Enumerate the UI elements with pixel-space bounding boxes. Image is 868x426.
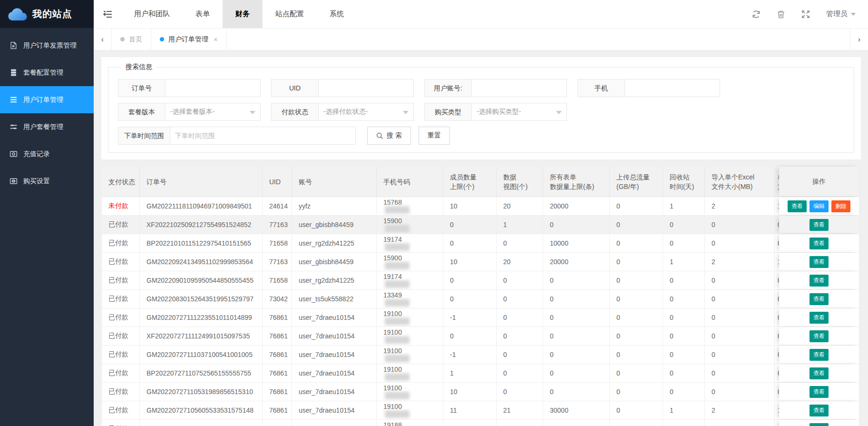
buy-type-field: 购买类型 -选择购买类型- — [424, 103, 567, 121]
cell-upload_traffic: 0 — [610, 216, 663, 234]
cell-value: 0 — [616, 369, 656, 377]
package-version-select[interactable]: -选择套餐版本- — [166, 103, 261, 121]
cell-recycle_days: 0 — [663, 420, 705, 426]
sidebar-item-1[interactable]: 套餐配置管理 — [0, 59, 94, 86]
cell-value: user_gbisbh84459 — [299, 221, 370, 228]
cell-excel_size: 0 — [705, 234, 775, 252]
sidebar-item-0[interactable]: 用户订单发票管理 — [0, 32, 94, 59]
cell-member_limit: 1 — [443, 364, 497, 382]
sidebar-item-2[interactable]: 用户订单管理 — [0, 86, 94, 113]
cell-form_data_limit: 20000 — [543, 253, 610, 271]
pay-status-badge: 已付款 — [108, 313, 133, 322]
sidebar-item-5[interactable]: 购买设置 — [0, 168, 94, 195]
fullscreen-icon[interactable] — [801, 10, 810, 19]
cell-value: 1 — [670, 202, 698, 210]
reset-button[interactable]: 重置 — [419, 127, 450, 145]
buy-type-select[interactable]: -选择购买类型- — [472, 103, 567, 121]
search-button[interactable]: 搜 索 — [367, 127, 411, 145]
view-button[interactable]: 查看 — [809, 386, 829, 398]
search-legend: 搜索信息 — [122, 63, 156, 71]
nav-item-1[interactable]: 表单 — [183, 0, 223, 28]
cell-recycle_days: 0 — [663, 234, 705, 252]
order-no-input[interactable] — [166, 79, 261, 97]
column-header-data_views: 数据视图(个) — [497, 167, 543, 197]
cell-upload_traffic: 0 — [610, 271, 663, 289]
order-no-field: 订单号 — [118, 79, 261, 97]
view-button[interactable]: 查看 — [809, 293, 829, 305]
cell-value: GM20221118110946971009849501 — [146, 202, 255, 210]
phone-prefix: 19174 — [383, 273, 436, 280]
nav-item-4[interactable]: 系统 — [317, 0, 357, 28]
pay-status-select[interactable]: -选择付款状态- — [319, 103, 414, 121]
sidebar-item-4[interactable]: 充值记录 — [0, 140, 94, 168]
ops-cell: 查看 — [779, 216, 859, 234]
cell-excel_size: 0 — [705, 364, 775, 382]
view-button[interactable]: 查看 — [809, 330, 829, 342]
tabbar: ‹ 首页 用户订单管理 × › — [94, 28, 868, 50]
view-button[interactable]: 查看 — [809, 256, 829, 268]
ops-cell: 查看 — [779, 290, 859, 308]
tab-user-order-management[interactable]: 用户订单管理 × — [151, 29, 227, 50]
cell-member_limit: 0 — [443, 327, 497, 345]
cell-data_views: 0 — [497, 290, 543, 308]
cell-recycle_days: 0 — [663, 364, 705, 382]
view-button[interactable]: 查看 — [809, 219, 829, 231]
ops-cell: 查看 — [779, 401, 859, 419]
cell-form_data_limit: 10000 — [543, 234, 610, 252]
cell-upload_traffic: 0 — [610, 327, 663, 345]
cell-excel_size: 2 — [705, 253, 775, 271]
view-button[interactable]: 查看 — [809, 349, 829, 361]
nav-item-0[interactable]: 用户和团队 — [121, 0, 183, 28]
cell-value: 0 — [550, 332, 603, 340]
delete-button[interactable]: 删除 — [831, 200, 850, 212]
cell-upload_traffic: 0 — [610, 383, 663, 401]
cell-form_data_limit: 30000 — [543, 401, 610, 419]
table-header-row: 支付状态订单号UID账号手机号码成员数量上限(个)数据视图(个)所有表单数据量上… — [102, 167, 859, 197]
cell-value: 1 — [450, 369, 489, 377]
tab-home[interactable]: 首页 — [112, 29, 151, 50]
phone-prefix: 15900 — [383, 217, 436, 225]
trash-icon[interactable] — [777, 10, 785, 19]
cell-member_limit: 0 — [443, 290, 497, 308]
cell-value: yyfz — [299, 202, 370, 210]
cell-phone: 15900 — [377, 253, 443, 271]
sliders-icon — [10, 123, 18, 131]
user-menu[interactable]: 管理员 — [826, 10, 856, 19]
refresh-icon[interactable] — [752, 10, 761, 19]
view-button[interactable]: 查看 — [809, 423, 829, 426]
view-button[interactable]: 查看 — [809, 238, 829, 249]
account-input[interactable] — [472, 79, 567, 97]
view-button[interactable]: 查看 — [788, 200, 807, 212]
phone-prefix: 19100 — [383, 347, 436, 355]
view-button[interactable]: 查看 — [809, 312, 829, 324]
sidebar-item-3[interactable]: 用户套餐管理 — [0, 113, 94, 140]
cell-value: 71658 — [269, 239, 285, 247]
phone-prefix: 19174 — [383, 236, 436, 243]
view-button[interactable]: 查看 — [809, 367, 829, 379]
tabs-scroll-right-icon[interactable]: › — [850, 29, 868, 50]
cell-value: 0 — [670, 388, 698, 396]
time-range-input[interactable] — [170, 127, 356, 145]
collapse-sidebar-icon[interactable] — [94, 0, 121, 28]
nav-item-3[interactable]: 站点配置 — [263, 0, 317, 28]
phone-input[interactable] — [625, 79, 720, 97]
cell-value: BP20221010115122975410151565 — [146, 239, 255, 247]
view-button[interactable]: 查看 — [809, 405, 829, 416]
cell-value: GM20220727110531989856515310 — [146, 388, 255, 396]
cell-upload_traffic: 0 — [610, 308, 663, 327]
top-navigation: 用户和团队表单财务站点配置系统 — [121, 0, 357, 28]
cell-upload_traffic: 0 — [610, 401, 663, 419]
pay-status-badge: 已付款 — [108, 369, 133, 377]
cell-value: 0 — [450, 332, 489, 340]
cell-phone: 19100 — [377, 327, 443, 345]
cell-recycle_days: 1 — [663, 253, 705, 271]
cell-value: 0 — [550, 295, 603, 303]
close-tab-icon[interactable]: × — [214, 35, 218, 43]
sidebar-menu: 用户订单发票管理套餐配置管理用户订单管理用户套餐管理充值记录购买设置 — [0, 28, 94, 195]
uid-input[interactable] — [319, 79, 414, 97]
edit-button[interactable]: 编辑 — [809, 200, 829, 212]
nav-item-2[interactable]: 财务 — [223, 0, 263, 28]
tabs-scroll-left-icon[interactable]: ‹ — [94, 29, 112, 50]
view-button[interactable]: 查看 — [809, 275, 829, 287]
cell-member_limit: -1 — [443, 308, 497, 327]
